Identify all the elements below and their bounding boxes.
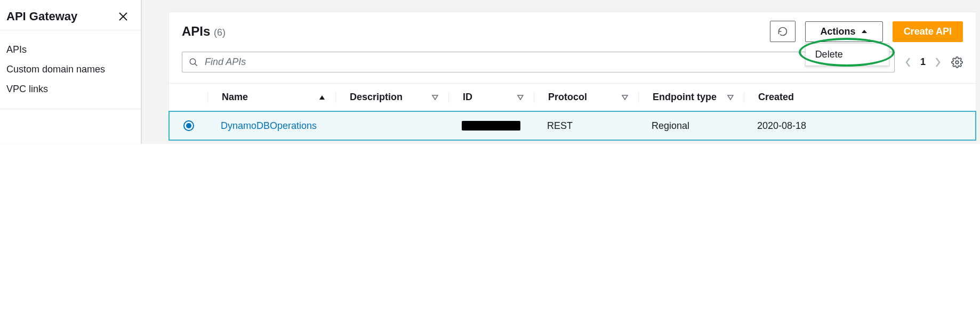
actions-dropdown: Delete <box>805 43 889 66</box>
sort-icon <box>727 94 734 101</box>
apis-panel: APIs (6) Actions Create API Delete <box>168 12 976 141</box>
sidebar-item-vpc-links[interactable]: VPC links <box>6 79 134 99</box>
panel-title-text: APIs <box>182 24 210 38</box>
svg-marker-7 <box>432 95 438 100</box>
sidebar-title: API Gateway <box>6 10 77 23</box>
col-created[interactable]: Created <box>744 92 976 103</box>
sort-icon <box>517 94 524 101</box>
svg-marker-9 <box>622 95 628 100</box>
search-icon <box>189 58 198 67</box>
panel-header: APIs (6) Actions Create API Delete <box>169 12 976 42</box>
row-id <box>449 121 534 130</box>
pager-prev-button[interactable] <box>904 57 912 68</box>
dropdown-item-delete[interactable]: Delete <box>806 44 889 66</box>
chevron-right-icon <box>934 57 942 68</box>
col-protocol-label: Protocol <box>548 92 587 103</box>
svg-marker-8 <box>518 95 523 100</box>
redacted-id <box>462 121 520 130</box>
search-box[interactable] <box>182 52 895 72</box>
search-input[interactable] <box>205 56 888 68</box>
col-created-label: Created <box>758 92 794 103</box>
api-name-link[interactable]: DynamoDBOperations <box>221 120 317 132</box>
panel-count: (6) <box>214 27 226 38</box>
create-api-label: Create API <box>904 26 952 37</box>
col-id-label: ID <box>463 92 472 103</box>
apis-table: Name Description ID Protocol Endpoint ty… <box>169 83 976 141</box>
radio-selected-icon[interactable] <box>183 120 194 131</box>
col-name[interactable]: Name <box>207 92 335 103</box>
refresh-icon <box>777 26 788 37</box>
panel-actions: Actions Create API Delete <box>770 21 963 42</box>
col-protocol[interactable]: Protocol <box>534 92 638 103</box>
svg-line-4 <box>195 63 197 66</box>
chevron-left-icon <box>904 57 912 68</box>
svg-marker-2 <box>862 30 867 33</box>
pager: 1 <box>904 56 942 68</box>
col-name-label: Name <box>222 92 248 103</box>
main-content: APIs (6) Actions Create API Delete <box>141 0 980 144</box>
sort-icon <box>431 94 439 101</box>
row-select[interactable] <box>170 120 208 131</box>
col-description-label: Description <box>350 92 403 103</box>
row-created: 2020-08-18 <box>744 120 975 132</box>
actions-label: Actions <box>821 26 856 37</box>
create-api-button[interactable]: Create API <box>893 21 963 42</box>
table-row[interactable]: DynamoDBOperations REST Regional 2020-08… <box>168 111 976 141</box>
col-endpoint[interactable]: Endpoint type <box>638 92 744 103</box>
col-endpoint-label: Endpoint type <box>653 92 717 103</box>
sidebar-nav: APIs Custom domain names VPC links <box>0 30 141 109</box>
close-icon[interactable] <box>116 10 130 23</box>
sidebar-item-custom-domains[interactable]: Custom domain names <box>6 60 134 79</box>
svg-point-5 <box>955 61 959 64</box>
row-name: DynamoDBOperations <box>208 120 336 132</box>
pager-next-button[interactable] <box>934 57 942 68</box>
actions-button[interactable]: Actions <box>805 21 883 42</box>
col-description[interactable]: Description <box>335 92 448 103</box>
table-header: Name Description ID Protocol Endpoint ty… <box>169 84 976 111</box>
row-endpoint: Regional <box>639 120 744 132</box>
row-protocol: REST <box>534 120 639 132</box>
refresh-button[interactable] <box>770 21 796 42</box>
caret-up-icon <box>861 28 867 35</box>
sort-asc-icon <box>318 94 326 101</box>
svg-point-3 <box>190 59 196 64</box>
sidebar-header: API Gateway <box>0 0 141 30</box>
sidebar-item-apis[interactable]: APIs <box>6 40 134 60</box>
sidebar: API Gateway APIs Custom domain names VPC… <box>0 0 141 144</box>
svg-marker-6 <box>319 95 325 100</box>
settings-button[interactable] <box>951 56 963 68</box>
panel-title: APIs (6) <box>182 24 226 39</box>
svg-marker-10 <box>728 95 733 100</box>
gear-icon <box>951 56 963 68</box>
col-id[interactable]: ID <box>448 92 534 103</box>
pager-page-number: 1 <box>920 56 926 68</box>
sort-icon <box>621 94 629 101</box>
